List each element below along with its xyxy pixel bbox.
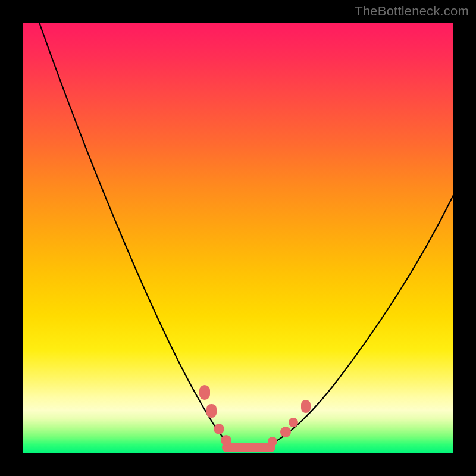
marker-dot xyxy=(280,427,291,437)
marker-dot xyxy=(268,437,277,446)
flat-bottom-capsule xyxy=(222,443,275,452)
chart-overlay xyxy=(23,23,453,453)
marker-dot xyxy=(221,435,231,446)
marker-dot xyxy=(289,418,298,427)
marker-dot xyxy=(214,424,224,434)
curve-left-branch xyxy=(39,23,234,447)
marker-dot xyxy=(199,385,210,400)
marker-dot xyxy=(206,404,217,418)
marker-dot xyxy=(301,400,311,413)
plot-area xyxy=(23,23,453,453)
watermark-text: TheBottleneck.com xyxy=(355,4,469,19)
curve-right-branch xyxy=(264,195,453,447)
chart-frame: TheBottleneck.com xyxy=(0,0,476,476)
